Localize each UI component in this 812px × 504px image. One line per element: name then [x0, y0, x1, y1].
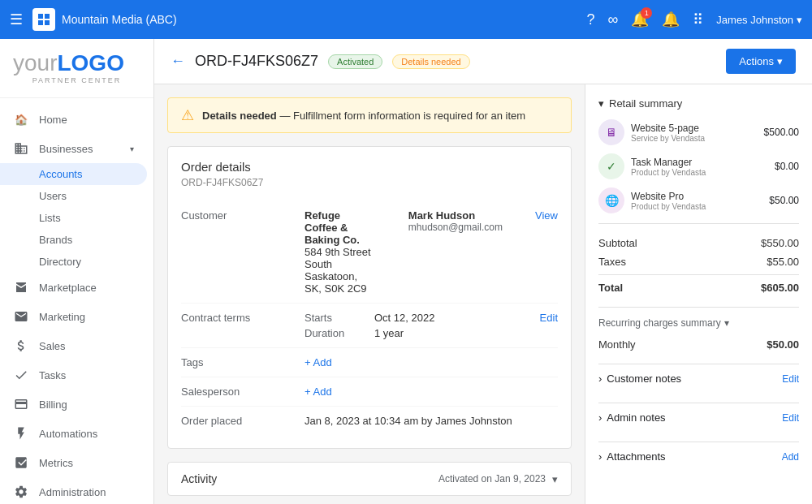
customer-notes-edit-link[interactable]: Edit: [782, 373, 799, 385]
apps-icon[interactable]: ⠿: [693, 11, 703, 28]
main-header: ← ORD-FJ4FKS06Z7 Activated Details neede…: [154, 39, 812, 84]
recurring-chevron[interactable]: ▾: [724, 317, 729, 329]
home-icon: 🏠: [13, 111, 29, 127]
help-icon[interactable]: ?: [586, 11, 594, 28]
subtotal-row: Subtotal $550.00: [598, 234, 799, 252]
sidebar-item-businesses[interactable]: Businesses ▾: [0, 134, 147, 163]
marketing-icon: [13, 308, 29, 325]
sales-icon: [13, 338, 29, 354]
divider-1: [598, 223, 799, 224]
sidebar-item-users[interactable]: Users: [0, 185, 153, 207]
sidebar-item-tasks[interactable]: Tasks: [0, 360, 147, 390]
order-details-card: Order details ORD-FJ4FKS06Z7 Customer Re…: [167, 146, 572, 449]
company-logo-icon: [32, 8, 55, 31]
total-row: Total $605.00: [598, 274, 799, 297]
svg-rect-1: [45, 14, 50, 19]
tags-row: Tags + Add: [181, 348, 558, 377]
website-product-icon: 🖥: [598, 119, 624, 145]
websitepro-product-icon: 🌐: [598, 187, 624, 213]
topbar: ☰ Mountain Media (ABC) ? ∞ 🔔 1 🔔 ⠿ James…: [0, 0, 812, 39]
add-tags-link[interactable]: + Add: [304, 356, 558, 368]
user-menu[interactable]: James Johnston ▾: [716, 14, 802, 26]
monthly-row: Monthly $50.00: [598, 335, 799, 354]
sidebar-item-automations[interactable]: Automations: [0, 419, 147, 448]
retail-item-website: 🖥 Website 5-page Service by Vendasta $50…: [598, 119, 799, 145]
sidebar-item-accounts[interactable]: Accounts: [0, 163, 147, 185]
businesses-icon: [13, 140, 29, 157]
card-title: Order details: [181, 160, 558, 174]
sidebar-item-marketing[interactable]: Marketing: [0, 302, 147, 331]
details-needed-alert: ⚠ Details needed — Fulfillment form info…: [167, 97, 572, 133]
admin-notes-header[interactable]: › Admin notes Edit: [598, 403, 799, 432]
attachments-header[interactable]: › Attachments Add: [598, 442, 799, 471]
topbar-actions: ? ∞ 🔔 1 🔔 ⠿ James Johnston ▾: [586, 11, 802, 28]
company-name: Mountain Media (ABC): [62, 13, 586, 26]
sidebar-item-administration[interactable]: Administration: [0, 477, 147, 504]
order-id-title: ORD-FJ4FKS06Z7: [195, 53, 318, 70]
admin-notes-section: › Admin notes Edit: [598, 403, 799, 432]
svg-rect-2: [38, 20, 43, 25]
customer-row: Customer Refuge Coffee & Baking Co. 584 …: [181, 201, 558, 304]
view-customer-link[interactable]: View: [535, 209, 558, 222]
sidebar-item-marketplace[interactable]: Marketplace: [0, 273, 147, 302]
sidebar: yourLOGO PARTNER CENTER 🏠 Home Businesse…: [0, 39, 154, 504]
attachments-section: › Attachments Add: [598, 442, 799, 471]
activity-bar[interactable]: Activity Activated on Jan 9, 2023 ▾: [167, 462, 572, 496]
sidebar-item-directory[interactable]: Directory: [0, 251, 153, 273]
automations-icon: [13, 425, 29, 442]
customer-notes-header[interactable]: › Customer notes Edit: [598, 364, 799, 393]
svg-rect-0: [38, 14, 43, 19]
add-salesperson-link[interactable]: + Add: [304, 386, 558, 398]
header-left: ← ORD-FJ4FKS06Z7 Activated Details neede…: [171, 53, 470, 70]
sidebar-item-sales[interactable]: Sales: [0, 331, 147, 360]
sidebar-item-home[interactable]: 🏠 Home: [0, 105, 147, 134]
actions-button[interactable]: Actions ▾: [726, 49, 796, 74]
center-panel: ⚠ Details needed — Fulfillment form info…: [154, 84, 585, 504]
admin-notes-edit-link[interactable]: Edit: [782, 412, 799, 424]
sidebar-item-metrics[interactable]: Metrics: [0, 448, 147, 477]
link-icon[interactable]: ∞: [607, 11, 618, 28]
salesperson-row: Salesperson + Add: [181, 377, 558, 407]
order-placed-row: Order placed Jan 8, 2023 at 10:34 am by …: [181, 407, 558, 435]
warning-icon: ⚠: [181, 106, 194, 124]
contract-terms-row: Contract terms Starts Oct 12, 2022 Durat…: [181, 304, 558, 348]
main-content: ← ORD-FJ4FKS06Z7 Activated Details neede…: [154, 39, 812, 504]
right-panel: ▾ Retail summary 🖥 Website 5-page Servic…: [585, 84, 812, 504]
customer-notes-section: › Customer notes Edit: [598, 364, 799, 393]
back-button[interactable]: ←: [171, 53, 185, 70]
sidebar-item-billing[interactable]: Billing: [0, 390, 147, 419]
sidebar-item-brands[interactable]: Brands: [0, 229, 153, 251]
hamburger-menu-icon[interactable]: ☰: [10, 11, 23, 28]
billing-icon: [13, 396, 29, 412]
sidebar-logo: yourLOGO PARTNER CENTER: [0, 39, 153, 98]
administration-icon: [13, 484, 29, 500]
attachments-add-link[interactable]: Add: [782, 451, 799, 463]
taskmanager-product-icon: ✓: [598, 153, 624, 179]
tasks-icon: [13, 367, 29, 383]
chevron-down-icon[interactable]: ▾: [598, 97, 604, 110]
sidebar-item-lists[interactable]: Lists: [0, 207, 153, 229]
sidebar-businesses-label: Businesses: [39, 143, 93, 155]
svg-rect-3: [45, 20, 50, 25]
retail-item-taskmanager: ✓ Task Manager Product by Vendasta $0.00: [598, 153, 799, 179]
notification-badge: 1: [641, 7, 652, 19]
chevron-right-icon: ›: [598, 450, 602, 463]
chevron-right-icon: ›: [598, 373, 602, 385]
activated-badge: Activated: [328, 54, 382, 69]
taxes-row: Taxes $55.00: [598, 252, 799, 271]
retail-summary-header: ▾ Retail summary: [598, 97, 799, 110]
recurring-header: Recurring charges summary ▾: [598, 317, 799, 329]
sidebar-nav: 🏠 Home Businesses ▾ Accounts Users Lists…: [0, 98, 153, 504]
sidebar-item-label: Home: [39, 114, 67, 126]
bell-icon[interactable]: 🔔: [662, 11, 680, 28]
retail-item-websitepro: 🌐 Website Pro Product by Vendasta $50.00: [598, 187, 799, 213]
content-area: ⚠ Details needed — Fulfillment form info…: [154, 84, 812, 504]
details-needed-badge: Details needed: [392, 54, 469, 69]
chevron-right-icon: ›: [598, 411, 602, 424]
card-subtitle: ORD-FJ4FKS06Z7: [181, 177, 558, 188]
metrics-icon: [13, 454, 29, 471]
notifications-icon[interactable]: 🔔 1: [631, 11, 649, 28]
edit-contract-link[interactable]: Edit: [540, 312, 558, 324]
divider-2: [598, 307, 799, 308]
marketplace-icon: [13, 279, 29, 295]
